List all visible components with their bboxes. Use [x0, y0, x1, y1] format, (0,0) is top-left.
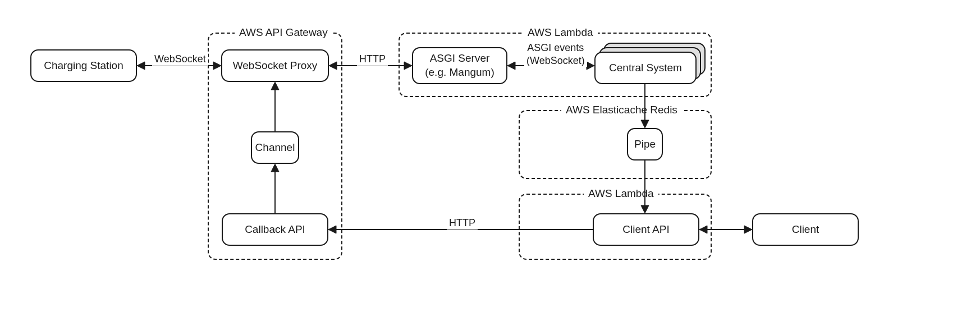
node-pipe: Pipe — [627, 128, 663, 160]
node-label: Channel — [255, 141, 295, 155]
node-channel: Channel — [251, 131, 299, 164]
node-client: Client — [752, 213, 859, 246]
node-label: Pipe — [634, 137, 656, 152]
group-label-aws-api-gateway: AWS API Gateway — [235, 26, 332, 39]
edge-label-http-top: HTTP — [357, 53, 388, 66]
node-client-api: Client API — [593, 213, 699, 246]
node-central-system: Central System — [594, 52, 697, 84]
edge-label-asgi-events: ASGI events (WebSocket) — [524, 42, 587, 67]
node-label: Charging Station — [44, 59, 123, 73]
node-label: Client — [792, 223, 819, 237]
node-label: Client API — [622, 223, 669, 237]
group-aws-elasticache — [519, 110, 712, 179]
node-label: Central System — [609, 61, 682, 75]
svg-marker-1 — [137, 62, 145, 70]
node-websocket-proxy: WebSocket Proxy — [221, 49, 329, 82]
group-label-aws-lambda-bottom: AWS Lambda — [584, 187, 658, 200]
node-asgi-server: ASGI Server (e.g. Mangum) — [412, 47, 507, 84]
edge-label-websocket: WebSocket — [152, 53, 208, 66]
node-label: Callback API — [245, 223, 305, 237]
node-label: ASGI Server (e.g. Mangum) — [425, 52, 494, 79]
svg-marker-15 — [744, 226, 752, 233]
group-label-aws-elasticache: AWS Elasticache Redis — [561, 104, 682, 116]
group-label-aws-lambda-top: AWS Lambda — [523, 26, 598, 39]
edge-label-http-bottom: HTTP — [447, 217, 478, 230]
node-callback-api: Callback API — [222, 213, 328, 246]
node-label: WebSocket Proxy — [233, 59, 318, 73]
node-charging-station: Charging Station — [30, 49, 137, 82]
